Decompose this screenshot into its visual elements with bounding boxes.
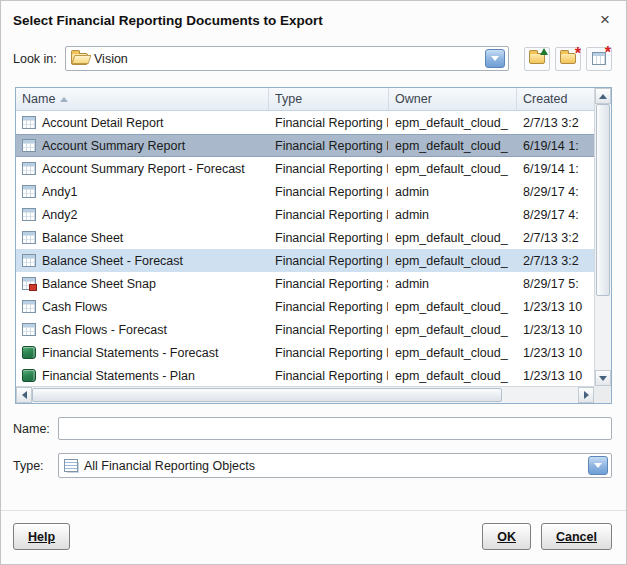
- table-row[interactable]: Account Summary Report - Forecast Financ…: [16, 157, 594, 180]
- document-created: 6/19/14 1:: [516, 157, 594, 180]
- horizontal-scrollbar[interactable]: [16, 386, 594, 403]
- column-header-type[interactable]: Type: [268, 88, 388, 110]
- document-name: Cash Flows - Forecast: [42, 323, 167, 337]
- report-icon: [22, 139, 36, 152]
- look-in-value: Vision: [88, 52, 483, 66]
- look-in-row: Look in: Vision: [1, 32, 626, 73]
- vertical-scrollbar[interactable]: [594, 88, 611, 386]
- column-header-name[interactable]: Name: [16, 88, 268, 110]
- document-created: 6/19/14 1:: [516, 134, 594, 157]
- document-name: Cash Flows: [42, 300, 107, 314]
- new-document-button[interactable]: [586, 47, 612, 71]
- new-folder-button[interactable]: [555, 47, 581, 71]
- table-row[interactable]: Andy2 Financial Reporting Report admin 8…: [16, 203, 594, 226]
- document-name: Account Detail Report: [42, 116, 164, 130]
- dialog-title: Select Financial Reporting Documents to …: [13, 13, 323, 28]
- document-owner: epm_default_cloud_: [388, 318, 516, 341]
- vertical-scroll-track[interactable]: [595, 104, 611, 370]
- report-icon: [22, 185, 36, 198]
- document-created: 2/7/13 3:2: [516, 249, 594, 272]
- look-in-label: Look in:: [13, 52, 65, 66]
- table-row[interactable]: Balance Sheet - Forecast Financial Repor…: [16, 249, 594, 272]
- document-type: Financial Reporting Report: [268, 157, 388, 180]
- title-bar: Select Financial Reporting Documents to …: [1, 1, 626, 32]
- table-row[interactable]: Financial Statements - Plan Financial Re…: [16, 364, 594, 386]
- document-name-cell: Account Summary Report - Forecast: [16, 157, 268, 180]
- document-owner: epm_default_cloud_: [388, 364, 516, 386]
- report-icon: [22, 208, 36, 221]
- look-in-dropdown[interactable]: Vision: [65, 46, 509, 71]
- document-name: Account Summary Report: [42, 139, 185, 153]
- document-name-cell: Andy2: [16, 203, 268, 226]
- table-row[interactable]: Account Detail Report Financial Reportin…: [16, 111, 594, 134]
- ok-button[interactable]: OK: [482, 523, 531, 550]
- report-icon: [22, 300, 36, 313]
- document-created: 2/7/13 3:2: [516, 226, 594, 249]
- column-header-owner-label: Owner: [395, 92, 432, 106]
- document-type: Financial Reporting Report: [268, 318, 388, 341]
- scroll-right-button[interactable]: [578, 387, 594, 403]
- document-list: Account Detail Report Financial Reportin…: [16, 111, 594, 386]
- document-owner: epm_default_cloud_: [388, 226, 516, 249]
- table-row[interactable]: Balance Sheet Financial Reporting Report…: [16, 226, 594, 249]
- document-created: 1/23/13 10: [516, 364, 594, 386]
- scroll-up-button[interactable]: [595, 88, 611, 104]
- document-type: Financial Reporting Report: [268, 249, 388, 272]
- column-header-owner[interactable]: Owner: [388, 88, 516, 110]
- document-created: 8/29/17 4:: [516, 203, 594, 226]
- horizontal-scroll-thumb[interactable]: [32, 388, 502, 402]
- table-row[interactable]: Account Summary Report Financial Reporti…: [16, 134, 594, 157]
- table-row[interactable]: Cash Flows Financial Reporting Report ep…: [16, 295, 594, 318]
- document-created: 8/29/17 4:: [516, 180, 594, 203]
- column-header-created-label: Created: [523, 92, 567, 106]
- up-one-level-button[interactable]: [524, 47, 550, 71]
- document-owner: epm_default_cloud_: [388, 249, 516, 272]
- type-dropdown[interactable]: All Financial Reporting Objects: [58, 453, 612, 478]
- book-icon: [22, 369, 36, 382]
- document-name: Balance Sheet - Forecast: [42, 254, 183, 268]
- document-name-cell: Balance Sheet - Forecast: [16, 249, 268, 272]
- report-icon: [22, 231, 36, 244]
- type-dropdown-button[interactable]: [588, 456, 608, 475]
- document-name: Financial Statements - Plan: [42, 369, 195, 383]
- document-name-cell: Financial Statements - Plan: [16, 364, 268, 386]
- document-owner: epm_default_cloud_: [388, 341, 516, 364]
- scroll-left-button[interactable]: [16, 387, 32, 403]
- new-folder-icon: [560, 53, 576, 64]
- column-header-name-label: Name: [22, 92, 55, 106]
- column-header-created[interactable]: Created: [516, 88, 594, 110]
- footer: Help OK Cancel: [1, 510, 626, 564]
- scroll-down-button[interactable]: [595, 370, 611, 386]
- table-row[interactable]: Andy1 Financial Reporting Report admin 8…: [16, 180, 594, 203]
- type-field-label: Type:: [13, 459, 58, 473]
- document-name-cell: Balance Sheet: [16, 226, 268, 249]
- document-name: Balance Sheet Snap: [42, 277, 156, 291]
- document-owner: epm_default_cloud_: [388, 157, 516, 180]
- look-in-dropdown-button[interactable]: [485, 49, 505, 68]
- vertical-scroll-thumb[interactable]: [596, 104, 610, 296]
- document-owner: epm_default_cloud_: [388, 295, 516, 318]
- document-name: Andy2: [42, 208, 77, 222]
- document-name-cell: Cash Flows: [16, 295, 268, 318]
- document-owner: admin: [388, 203, 516, 226]
- folder-up-icon: [529, 53, 545, 64]
- name-input[interactable]: [58, 417, 612, 440]
- table-row[interactable]: Financial Statements - Forecast Financia…: [16, 341, 594, 364]
- objects-icon: [64, 459, 78, 472]
- scroll-down-icon: [599, 376, 607, 381]
- table-row[interactable]: Balance Sheet Snap Financial Reporting S…: [16, 272, 594, 295]
- document-name-cell: Balance Sheet Snap: [16, 272, 268, 295]
- cancel-button[interactable]: Cancel: [541, 523, 612, 550]
- help-button[interactable]: Help: [13, 523, 70, 550]
- document-type: Financial Reporting Report: [268, 134, 388, 157]
- up-arrow-icon: [540, 48, 548, 55]
- table-header: Name Type Owner Created: [16, 88, 594, 111]
- table-main: Name Type Owner Created Account Detail R…: [16, 88, 594, 386]
- table-row[interactable]: Cash Flows - Forecast Financial Reportin…: [16, 318, 594, 341]
- report-icon: [22, 162, 36, 175]
- column-header-type-label: Type: [275, 92, 302, 106]
- close-icon[interactable]: ×: [598, 13, 612, 27]
- document-type: Financial Reporting Report: [268, 203, 388, 226]
- horizontal-scroll-track[interactable]: [32, 387, 578, 403]
- document-owner: epm_default_cloud_: [388, 111, 516, 134]
